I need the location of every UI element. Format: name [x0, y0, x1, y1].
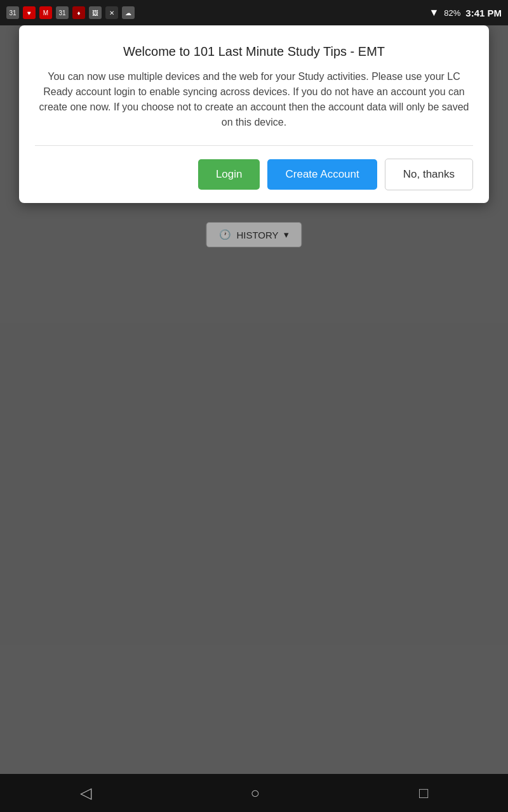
- image-icon: 🖼: [89, 6, 102, 19]
- dialog-body: You can now use multiple devices and the…: [35, 69, 473, 130]
- battery-icon: 82%: [444, 8, 460, 18]
- calendar-icon: 31: [6, 6, 19, 19]
- status-bar-system: ▼ 82% 3:41 PM: [429, 7, 502, 18]
- cloud-icon: ☁: [122, 6, 135, 19]
- status-time: 3:41 PM: [465, 8, 502, 18]
- dialog-buttons: Login Create Account No, thanks: [35, 159, 473, 190]
- calendar2-icon: 31: [56, 6, 69, 19]
- no-thanks-button[interactable]: No, thanks: [385, 159, 473, 190]
- dialog-overlay: Welcome to 101 Last Minute Study Tips - …: [0, 0, 508, 812]
- dialog-title: Welcome to 101 Last Minute Study Tips - …: [35, 44, 473, 59]
- wifi-icon: ▼: [429, 7, 439, 18]
- dialog-divider: [35, 145, 473, 146]
- location-icon: ♥: [23, 6, 36, 19]
- media-icon: ♦: [72, 6, 85, 19]
- dialog: Welcome to 101 Last Minute Study Tips - …: [19, 25, 489, 203]
- battery-percent: 82%: [444, 8, 460, 18]
- gmail-icon: M: [39, 6, 52, 19]
- cross-icon: ✕: [105, 6, 118, 19]
- login-button[interactable]: Login: [198, 159, 260, 190]
- create-account-button[interactable]: Create Account: [267, 159, 377, 190]
- status-bar-apps: 31 ♥ M 31 ♦ 🖼 ✕ ☁: [6, 6, 135, 19]
- status-bar: 31 ♥ M 31 ♦ 🖼 ✕ ☁ ▼ 82% 3:41 PM: [0, 0, 508, 25]
